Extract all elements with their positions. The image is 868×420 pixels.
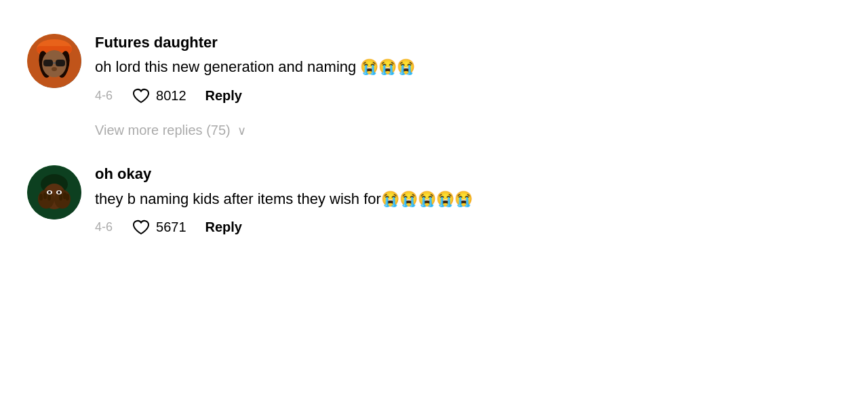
chevron-down-icon: ∨: [237, 123, 246, 138]
comment-text: they b naming kids after items they wish…: [95, 189, 841, 210]
svg-point-9: [52, 67, 57, 71]
heart-icon: [132, 217, 151, 236]
comment-body: oh okay they b naming kids after items t…: [95, 165, 841, 236]
like-count: 8012: [156, 88, 186, 104]
like-count: 5671: [156, 219, 186, 235]
reply-button[interactable]: Reply: [205, 88, 242, 104]
comment-date: 4-6: [95, 220, 113, 234]
comment-username: oh okay: [95, 165, 841, 183]
avatar: [27, 165, 81, 219]
svg-rect-6: [43, 60, 53, 66]
comments-list: Futures daughter oh lord this new genera…: [27, 20, 841, 243]
svg-rect-20: [66, 194, 69, 201]
comment-actions: 4-6 8012 Reply: [95, 86, 841, 105]
like-button[interactable]: 8012: [132, 86, 186, 105]
svg-point-24: [58, 191, 60, 194]
avatar: [27, 34, 81, 88]
svg-rect-16: [43, 192, 47, 199]
comment-body: Futures daughter oh lord this new genera…: [95, 34, 841, 105]
comment-row: Futures daughter oh lord this new genera…: [27, 20, 841, 112]
svg-rect-7: [56, 60, 65, 66]
comment-actions: 4-6 5671 Reply: [95, 217, 841, 236]
comment-date: 4-6: [95, 89, 113, 103]
reply-button[interactable]: Reply: [205, 219, 242, 235]
svg-rect-17: [47, 194, 51, 201]
view-more-text: View more replies (75): [95, 123, 231, 138]
comment-row: oh okay they b naming kids after items t…: [27, 152, 841, 243]
svg-point-23: [48, 191, 51, 194]
like-button[interactable]: 5671: [132, 217, 186, 236]
heart-icon: [132, 86, 151, 105]
svg-rect-18: [59, 194, 62, 201]
comment-text: oh lord this new generation and naming 😭…: [95, 57, 841, 78]
comment-username: Futures daughter: [95, 34, 841, 51]
svg-rect-15: [39, 194, 43, 201]
view-more-replies[interactable]: View more replies (75) ∨: [95, 112, 841, 152]
